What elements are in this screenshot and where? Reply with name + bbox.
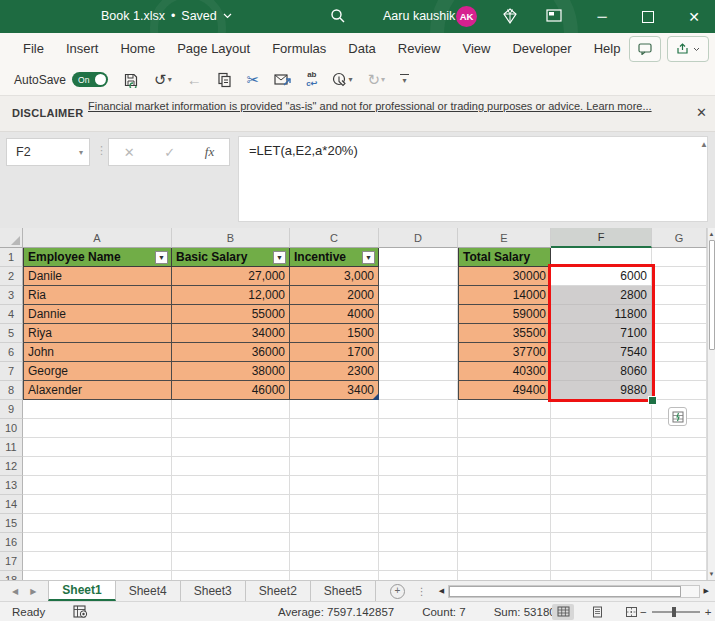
row-header-18[interactable]: 18	[0, 571, 23, 580]
cell-E9[interactable]	[458, 400, 551, 419]
cell-F12[interactable]	[551, 457, 652, 476]
cell-D9[interactable]	[379, 400, 458, 419]
cell-C9[interactable]	[290, 400, 379, 419]
fill-handle[interactable]	[648, 396, 657, 405]
cell-D2[interactable]	[379, 267, 458, 286]
autosave-toggle[interactable]: On	[72, 72, 108, 87]
cell-A1[interactable]: Employee Name▼	[23, 248, 172, 267]
avatar[interactable]: AK	[456, 6, 477, 27]
cut-icon[interactable]: ✂	[247, 72, 260, 87]
cell-D13[interactable]	[379, 476, 458, 495]
cell-E2[interactable]: 30000	[458, 267, 551, 286]
cell-F2[interactable]: 6000	[551, 267, 652, 286]
cell-B2[interactable]: 27,000	[172, 267, 290, 286]
name-box[interactable]: F2 ▾	[6, 138, 90, 166]
column-header-C[interactable]: C	[290, 228, 379, 248]
save-icon[interactable]	[123, 72, 139, 88]
redo-icon[interactable]: ↻▾	[367, 72, 385, 87]
cell-E1[interactable]: Total Salary	[458, 248, 551, 267]
cell-F14[interactable]	[551, 495, 652, 514]
row-header-8[interactable]: 8	[0, 381, 23, 400]
insert-function-icon[interactable]: fx	[205, 144, 214, 160]
menu-tab-insert[interactable]: Insert	[55, 33, 110, 64]
cell-G12[interactable]	[652, 457, 707, 476]
back-icon[interactable]: ←	[187, 72, 202, 87]
cell-E4[interactable]: 59000	[458, 305, 551, 324]
search-icon[interactable]	[330, 8, 346, 28]
row-header-12[interactable]: 12	[0, 457, 23, 476]
menu-tab-file[interactable]: File	[12, 33, 55, 64]
cell-A4[interactable]: Dannie	[23, 305, 172, 324]
cell-C18[interactable]	[290, 571, 379, 580]
sheet-tab-sheet2[interactable]: Sheet2	[246, 581, 311, 601]
cell-G11[interactable]	[652, 438, 707, 457]
cell-F8[interactable]: 9880	[551, 381, 652, 400]
horizontal-scrollbar-thumb[interactable]	[449, 586, 681, 597]
menu-tab-view[interactable]: View	[451, 33, 501, 64]
row-header-3[interactable]: 3	[0, 286, 23, 305]
horizontal-scrollbar[interactable]: ◀ ▶	[435, 581, 715, 601]
cell-E6[interactable]: 37700	[458, 343, 551, 362]
autosave-control[interactable]: AutoSave On	[14, 72, 108, 87]
cell-A2[interactable]: Danile	[23, 267, 172, 286]
column-header-F[interactable]: F	[551, 228, 652, 248]
cell-B5[interactable]: 34000	[172, 324, 290, 343]
row-header-2[interactable]: 2	[0, 267, 23, 286]
cell-E16[interactable]	[458, 533, 551, 552]
cell-D11[interactable]	[379, 438, 458, 457]
column-header-A[interactable]: A	[23, 228, 172, 248]
undo-icon[interactable]: ↺▾	[154, 72, 172, 87]
cell-F16[interactable]	[551, 533, 652, 552]
menu-tab-data[interactable]: Data	[337, 33, 386, 64]
quick-analysis-button[interactable]	[668, 407, 687, 426]
cell-C6[interactable]: 1700	[290, 343, 379, 362]
maximize-button[interactable]	[631, 0, 665, 33]
touch-mouse-mode-icon[interactable]: ▾	[332, 72, 352, 88]
cell-B3[interactable]: 12,000	[172, 286, 290, 305]
cell-D16[interactable]	[379, 533, 458, 552]
cell-B15[interactable]	[172, 514, 290, 533]
cell-D10[interactable]	[379, 419, 458, 438]
cell-B11[interactable]	[172, 438, 290, 457]
cell-C14[interactable]	[290, 495, 379, 514]
cell-D1[interactable]	[379, 248, 458, 267]
cell-F4[interactable]: 11800	[551, 305, 652, 324]
cell-C3[interactable]: 2000	[290, 286, 379, 305]
ribbon-display-options-icon[interactable]	[546, 8, 562, 27]
cell-G18[interactable]	[652, 571, 707, 580]
cell-D4[interactable]	[379, 305, 458, 324]
cell-F1[interactable]	[551, 248, 652, 267]
cell-F5[interactable]: 7100	[551, 324, 652, 343]
row-header-10[interactable]: 10	[0, 419, 23, 438]
close-icon[interactable]: ✕	[696, 105, 707, 120]
cell-D18[interactable]	[379, 571, 458, 580]
cell-D3[interactable]	[379, 286, 458, 305]
collapse-formula-bar-icon[interactable]: ▲	[700, 140, 708, 149]
cell-A17[interactable]	[23, 552, 172, 571]
cell-C4[interactable]: 4000	[290, 305, 379, 324]
cell-E18[interactable]	[458, 571, 551, 580]
row-header-9[interactable]: 9	[0, 400, 23, 419]
cell-D5[interactable]	[379, 324, 458, 343]
page-break-preview-button[interactable]	[620, 604, 642, 620]
cell-D6[interactable]	[379, 343, 458, 362]
prev-sheet-icon[interactable]: ◀	[12, 587, 18, 596]
cell-F15[interactable]	[551, 514, 652, 533]
column-header-G[interactable]: G	[652, 228, 707, 248]
copy-icon[interactable]	[217, 72, 232, 88]
menu-tab-home[interactable]: Home	[109, 33, 166, 64]
scroll-left-icon[interactable]: ◀	[435, 587, 448, 595]
cell-A8[interactable]: Alaxender	[23, 381, 172, 400]
cell-F17[interactable]	[551, 552, 652, 571]
cell-C7[interactable]: 2300	[290, 362, 379, 381]
cell-F9[interactable]	[551, 400, 652, 419]
menu-tab-page-layout[interactable]: Page Layout	[166, 33, 261, 64]
cell-E7[interactable]: 40300	[458, 362, 551, 381]
cell-B18[interactable]	[172, 571, 290, 580]
cell-A10[interactable]	[23, 419, 172, 438]
menu-tab-review[interactable]: Review	[387, 33, 452, 64]
cell-C10[interactable]	[290, 419, 379, 438]
filter-dropdown-icon[interactable]: ▼	[273, 251, 286, 264]
cell-G2[interactable]	[652, 267, 707, 286]
user-name[interactable]: Aaru kaushik	[383, 9, 455, 23]
